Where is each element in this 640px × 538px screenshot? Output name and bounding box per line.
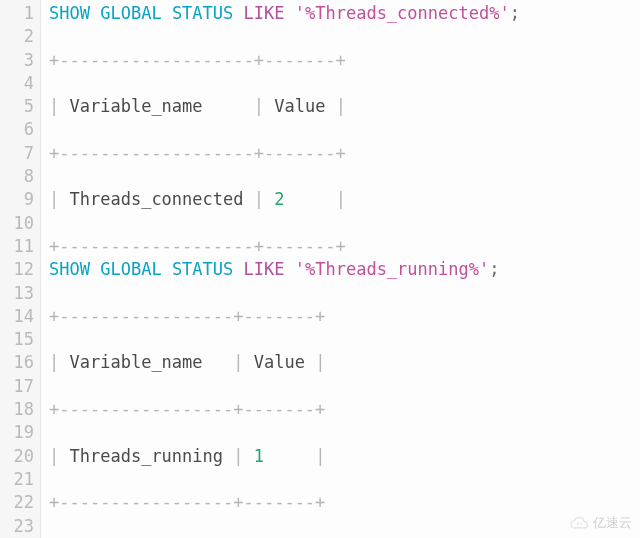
line-number: 18 [0,398,34,421]
line-number: 20 [0,445,34,468]
line-number: 16 [0,351,34,374]
token-sp [90,3,100,23]
line-number: 19 [0,421,34,444]
token-kw: STATUS [172,3,233,23]
svg-point-1 [581,523,583,525]
token-txt: Variable_name [70,96,203,116]
token-txt: Value [274,96,325,116]
code-line: | Threads_connected | 2 | [49,188,640,211]
watermark: 亿速云 [569,514,632,532]
token-pipe: | [315,352,325,372]
token-rule: +-------------------+-------+ [49,50,346,70]
token-pun: ; [489,259,499,279]
token-kw: GLOBAL [100,259,161,279]
token-sp [162,259,172,279]
code-line: +-------------------+-------+ [49,235,640,258]
token-sp [203,96,254,116]
token-sp [264,189,274,209]
token-pipe: | [233,446,243,466]
code-line: | Threads_running | 1 | [49,445,640,468]
token-pipe: | [49,189,59,209]
token-sp [203,352,234,372]
code-line: +-----------------+-------+ [49,491,640,514]
token-sp [325,96,335,116]
code-line: SHOW GLOBAL STATUS LIKE '%Threads_runnin… [49,258,640,281]
line-number: 15 [0,328,34,351]
token-sp [59,446,69,466]
line-number: 3 [0,49,34,72]
token-sp [264,96,274,116]
token-sp [285,189,336,209]
line-number-gutter: 1234567891011121314151617181920212223 [0,0,41,538]
token-str: '%Threads_connected%' [295,3,510,23]
token-pun: ; [510,3,520,23]
token-txt: Variable_name [70,352,203,372]
line-number: 5 [0,95,34,118]
token-pipe: | [49,96,59,116]
token-kw: GLOBAL [100,3,161,23]
code-line: SHOW GLOBAL STATUS LIKE '%Threads_connec… [49,2,640,25]
token-sp [233,3,243,23]
code-line: | Variable_name | Value | [49,95,640,118]
token-pipe: | [336,189,346,209]
token-sp [59,352,69,372]
cloud-icon [569,516,589,530]
code-line: +-------------------+-------+ [49,142,640,165]
code-line [49,468,640,491]
token-sp [223,446,233,466]
token-pipe: | [254,96,264,116]
code-line [49,328,640,351]
svg-point-0 [577,523,579,525]
token-sp [59,189,69,209]
line-number: 13 [0,282,34,305]
token-pipe: | [336,96,346,116]
line-number: 17 [0,375,34,398]
line-number: 9 [0,188,34,211]
token-pipe: | [315,446,325,466]
token-pipe: | [49,446,59,466]
line-number: 21 [0,468,34,491]
token-rule: +-----------------+-------+ [49,492,325,512]
line-number: 4 [0,72,34,95]
token-like: LIKE [244,259,285,279]
code-line: +-----------------+-------+ [49,305,640,328]
token-rule: +-------------------+-------+ [49,236,346,256]
token-num: 1 [254,446,264,466]
token-rule: +-----------------+-------+ [49,306,325,326]
token-sp [162,3,172,23]
code-editor: 1234567891011121314151617181920212223 SH… [0,0,640,538]
token-kw: SHOW [49,259,90,279]
code-line [49,165,640,188]
token-sp [90,259,100,279]
token-sp [244,352,254,372]
token-sp [285,3,295,23]
line-number: 22 [0,491,34,514]
token-kw: SHOW [49,3,90,23]
token-num: 2 [274,189,284,209]
code-line: +-----------------+-------+ [49,398,640,421]
code-area[interactable]: SHOW GLOBAL STATUS LIKE '%Threads_connec… [41,0,640,538]
code-line [49,375,640,398]
token-like: LIKE [244,3,285,23]
token-sp [305,352,315,372]
watermark-text: 亿速云 [593,514,632,532]
line-number: 10 [0,212,34,235]
token-rule: +-------------------+-------+ [49,143,346,163]
token-sp [264,446,315,466]
code-line [49,515,640,538]
token-str: '%Threads_running%' [295,259,489,279]
token-pipe: | [233,352,243,372]
code-line [49,212,640,235]
token-sp [244,189,254,209]
line-number: 2 [0,25,34,48]
line-number: 14 [0,305,34,328]
code-line [49,118,640,141]
line-number: 7 [0,142,34,165]
code-line [49,421,640,444]
line-number: 1 [0,2,34,25]
token-txt: Threads_running [70,446,224,466]
line-number: 12 [0,258,34,281]
token-rule: +-----------------+-------+ [49,399,325,419]
line-number: 23 [0,515,34,538]
line-number: 6 [0,118,34,141]
